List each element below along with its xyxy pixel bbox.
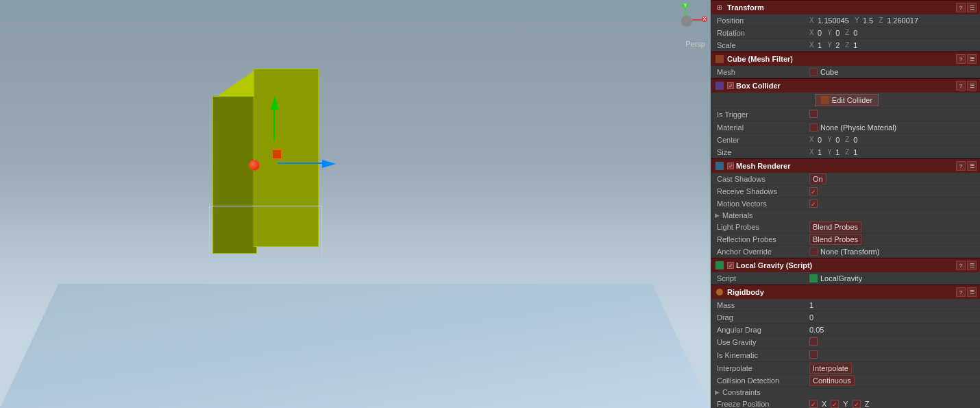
transform-info-btn[interactable]: ? [956,3,966,12]
interpolate-value: Interpolate [809,364,977,372]
box-collider-header[interactable]: ✓ Box Collider ? ☰ [711,78,980,93]
cast-shadows-dropdown[interactable]: On [809,173,826,184]
position-y-field[interactable]: Y 1.5 [855,16,873,25]
collider-center-row: Center X 0 Y 0 Z 0 [711,134,980,146]
is-trigger-checkbox[interactable] [809,110,818,118]
collider-material-picker[interactable] [809,123,818,132]
script-icon [809,274,818,283]
center-y-field[interactable]: Y 0 [827,136,840,144]
local-gravity-checkbox[interactable]: ✓ [727,262,734,269]
edit-collider-button[interactable]: Edit Collider [815,94,879,106]
svg-point-5 [716,289,723,296]
mesh-filter-menu-btn[interactable]: ☰ [967,54,977,64]
scale-z-field[interactable]: Z 1 [845,41,857,49]
constraints-section[interactable]: ▶ Constraints [711,387,980,398]
viewport-panel[interactable]: Persp Y X [0,0,711,408]
mesh-value: Cube [820,68,838,76]
drag-value[interactable]: 0 [809,313,977,322]
mesh-renderer-checkbox[interactable]: ✓ [727,163,734,169]
drag-label: Drag [717,313,809,322]
cast-shadows-value: On [809,175,977,183]
collision-detection-dropdown[interactable]: Continuous [809,375,855,386]
svg-rect-4 [715,261,724,269]
receive-shadows-checkbox[interactable]: ✓ [809,187,818,195]
position-z-field[interactable]: Z 1.260017 [879,16,918,25]
receive-shadows-value: ✓ [809,187,977,195]
local-gravity-menu-btn[interactable]: ☰ [967,261,977,270]
reflection-probes-dropdown[interactable]: Blend Probes [809,234,861,245]
reflection-probes-row: Reflection Probes Blend Probes [711,233,980,245]
use-gravity-value [809,337,977,347]
position-x-field[interactable]: X 1.150045 [809,16,849,25]
local-gravity-buttons: ? ☰ [956,261,977,270]
transform-center-handle[interactable] [272,149,282,159]
drag-row: Drag 0 [711,311,980,324]
navigation-gizmo[interactable]: Y X [666,3,707,41]
mesh-renderer-menu-btn[interactable]: ☰ [967,161,977,171]
box-collider-info-btn[interactable]: ? [956,81,966,91]
rigidbody-info-btn[interactable]: ? [956,287,966,297]
materials-section[interactable]: ▶ Materials [711,210,980,221]
position-z-value: 1.260017 [887,16,918,25]
scale-x-field[interactable]: X 1 [809,41,822,49]
scale-row: Scale X 1 Y 2 Z 1 [711,39,980,51]
box-collider-icon [715,81,724,91]
anchor-override-label: Anchor Override [717,248,809,256]
mesh-renderer-header[interactable]: ✓ Mesh Renderer ? ☰ [711,158,980,173]
collider-material-value: None (Physic Material) [820,123,896,132]
rotation-y-field[interactable]: Y 0 [827,29,840,37]
motion-vectors-checkbox[interactable]: ✓ [809,200,818,208]
local-gravity-info-btn[interactable]: ? [956,261,966,270]
mesh-filter-header[interactable]: Cube (Mesh Filter) ? ☰ [711,51,980,66]
mesh-label: Mesh [717,68,809,76]
center-z-field[interactable]: Z 0 [845,136,857,144]
size-x-value: 1 [818,148,822,156]
freeze-y-checkbox[interactable]: ✓ [831,400,839,408]
collider-size-values: X 1 Y 1 Z 1 [809,148,977,156]
box-collider-checkbox[interactable]: ✓ [727,82,734,89]
scale-y-field[interactable]: Y 2 [827,41,840,49]
box-collider-menu-btn[interactable]: ☰ [967,81,977,91]
svg-rect-0 [715,55,724,63]
mesh-picker[interactable] [809,68,818,76]
edit-collider-icon [821,96,829,104]
rigidbody-menu-btn[interactable]: ☰ [967,287,977,297]
size-x-field[interactable]: X 1 [809,148,822,156]
materials-arrow: ▶ [715,212,720,219]
gizmo-x-head: X [702,16,707,22]
interpolate-dropdown[interactable]: Interpolate [809,363,852,374]
is-kinematic-checkbox[interactable] [809,350,818,359]
rotation-z-field[interactable]: Z 0 [845,29,857,37]
gizmo-center [681,16,692,27]
transform-menu-btn[interactable]: ☰ [967,3,977,12]
anchor-override-picker[interactable] [809,248,818,256]
rigidbody-header[interactable]: Rigidbody ? ☰ [711,285,980,299]
local-gravity-icon [715,261,724,270]
mass-value[interactable]: 1 [809,301,977,309]
mass-label: Mass [717,301,809,309]
collider-material-label: Material [717,123,809,132]
anchor-override-value-field: None (Transform) [809,248,977,256]
mass-row: Mass 1 [711,299,980,311]
local-gravity-header[interactable]: ✓ Local Gravity (Script) ? ☰ [711,258,980,272]
transform-component-header[interactable]: ⊞ Transform ? ☰ [711,0,980,14]
freeze-x-checkbox[interactable]: ✓ [809,400,818,408]
light-probes-dropdown[interactable]: Blend Probes [809,221,861,232]
size-z-value: 1 [853,148,857,156]
center-x-field[interactable]: X 0 [809,136,822,144]
size-z-field[interactable]: Z 1 [845,148,857,156]
scale-x-value: 1 [818,41,822,49]
light-probes-label: Light Probes [717,223,809,231]
angular-drag-value[interactable]: 0.05 [809,326,977,334]
size-y-field[interactable]: Y 1 [827,148,840,156]
center-x-value: 0 [818,136,822,144]
use-gravity-checkbox[interactable] [809,337,818,346]
mesh-filter-info-btn[interactable]: ? [956,54,966,64]
rotation-x-field[interactable]: X 0 [809,29,822,37]
mesh-filter-title: Cube (Mesh Filter) [727,55,956,63]
rotation-values: X 0 Y 0 Z 0 [809,29,977,37]
freeze-z-checkbox[interactable]: ✓ [853,400,861,408]
mesh-renderer-title: Mesh Renderer [736,162,956,170]
mesh-renderer-info-btn[interactable]: ? [956,161,966,171]
scale-z-value: 1 [853,41,857,49]
